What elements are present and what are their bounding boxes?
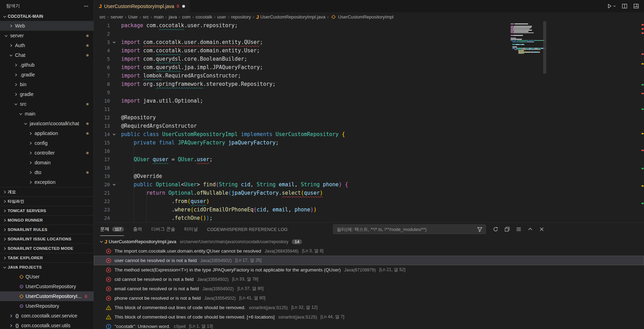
- problem-row[interactable]: email cannot be resolved or is not a fie…: [94, 284, 644, 293]
- code-line[interactable]: 2: [94, 30, 644, 38]
- fold-indicator[interactable]: [110, 180, 118, 189]
- problems-filter-input[interactable]: [336, 226, 474, 232]
- code-line[interactable]: 9: [94, 88, 644, 97]
- breadcrumb-file[interactable]: UserCustomRepositoryImpl.java: [260, 14, 325, 20]
- fold-indicator[interactable]: [110, 38, 118, 46]
- problem-row[interactable]: phone cannot be resolved or is not a fie…: [94, 293, 644, 303]
- split-editor-button[interactable]: [622, 3, 628, 9]
- problem-row[interactable]: "cocotalk": Unknown word.cSpell[Ln 1, 열 …: [94, 322, 644, 329]
- code-editor[interactable]: 1package com.cocotalk.user.repository;23…: [94, 21, 644, 222]
- tree-item[interactable]: java\com\cocotalk\chat: [0, 119, 94, 128]
- problems-file-row[interactable]: J UserCustomRepositoryImpl.java src/serv…: [94, 237, 644, 246]
- code-line[interactable]: 6import com.querydsl.jpa.impl.JPAQueryFa…: [94, 63, 644, 72]
- tree-item[interactable]: config: [0, 138, 94, 148]
- panel-tab[interactable]: 디버그 콘솔: [151, 223, 175, 236]
- code-line[interactable]: 7import lombok.RequiredArgsConstructor;: [94, 72, 644, 80]
- section-header[interactable]: SONARLINT ISSUE LOCATIONS: [0, 234, 94, 244]
- section-header[interactable]: 개요: [0, 187, 94, 196]
- customize-layout-button[interactable]: [633, 3, 639, 9]
- modified-dot-icon[interactable]: [182, 5, 185, 8]
- tree-item[interactable]: application: [0, 128, 94, 138]
- code-line[interactable]: 19 @Override: [94, 172, 644, 180]
- code-line[interactable]: 5import com.querydsl.core.BooleanBuilder…: [94, 55, 644, 63]
- tree-item[interactable]: server: [0, 31, 94, 40]
- breadcrumb-item[interactable]: com: [182, 14, 191, 20]
- explorer-more-icon[interactable]: ⋯: [84, 3, 89, 9]
- breadcrumb-item[interactable]: cocotalk: [195, 14, 212, 20]
- tree-item[interactable]: .gradle: [0, 70, 94, 80]
- close-panel-icon[interactable]: [539, 226, 545, 232]
- panel-tab[interactable]: 문제117: [100, 223, 124, 236]
- minimap[interactable]: [511, 23, 543, 54]
- section-header[interactable]: TOMCAT SERVERS: [0, 206, 94, 215]
- code-line[interactable]: 11: [94, 105, 644, 113]
- section-header[interactable]: SONARLINT RULES: [0, 225, 94, 234]
- java-project-item[interactable]: UserRepository: [0, 301, 94, 311]
- code-line[interactable]: 12@Repository: [94, 113, 644, 122]
- java-project-item[interactable]: UserCustomRepository: [0, 282, 94, 291]
- chevron-down-icon[interactable]: [111, 182, 117, 187]
- maximize-panel-icon[interactable]: [527, 226, 533, 232]
- refresh-icon[interactable]: [493, 226, 498, 232]
- tree-item[interactable]: Auth: [0, 40, 94, 50]
- chevron-down-icon[interactable]: [98, 239, 104, 245]
- breadcrumb-item[interactable]: repository: [231, 14, 251, 20]
- tree-item[interactable]: dto: [0, 167, 94, 177]
- panel-tab[interactable]: CODEWHISPERER REFERENCE LOG: [207, 223, 288, 236]
- section-header-java-projects[interactable]: JAVA PROJECTS: [0, 262, 94, 272]
- tree-item[interactable]: src: [0, 99, 94, 109]
- problem-row[interactable]: cid cannot be resolved or is not a field…: [94, 275, 644, 284]
- group-by-icon[interactable]: [504, 226, 510, 232]
- section-header[interactable]: TASK EXPLORER: [0, 253, 94, 262]
- chevron-down-icon[interactable]: [111, 132, 117, 137]
- code-line[interactable]: 15 private final JPAQueryFactory jpaQuer…: [94, 139, 644, 147]
- editor-tab[interactable]: J UserCustomRepositoryImpl.java 8: [94, 0, 190, 12]
- tree-item[interactable]: domain: [0, 158, 94, 167]
- java-project-item[interactable]: QUser: [0, 272, 94, 282]
- code-line[interactable]: 3import com.cocotalk.user.domain.entity.…: [94, 38, 644, 46]
- breadcrumb-item[interactable]: src: [99, 14, 105, 20]
- panel-tab[interactable]: 터미널: [184, 223, 198, 236]
- code-line[interactable]: 10import java.util.Optional;: [94, 97, 644, 105]
- problem-row[interactable]: user cannot be resolved or is not a fiel…: [94, 256, 644, 265]
- code-line[interactable]: 17 QUser quser = QUser.user;: [94, 155, 644, 164]
- filter-icon[interactable]: [477, 226, 483, 232]
- code-line[interactable]: 20 public Optional<User> find(String cid…: [94, 180, 644, 189]
- code-line[interactable]: 22 .from(quser): [94, 197, 644, 205]
- java-project-item[interactable]: UserCustomRepositoryI...8: [0, 291, 94, 301]
- tree-item[interactable]: bin: [0, 80, 94, 89]
- code-line[interactable]: 8import org.springframework.stereotype.R…: [94, 80, 644, 88]
- problem-row[interactable]: The import com.cocotalk.user.domain.enti…: [94, 246, 644, 256]
- run-button[interactable]: [607, 3, 616, 9]
- problem-row[interactable]: This block of commented-out lines of cod…: [94, 303, 644, 312]
- code-line[interactable]: 13@RequiredArgsConstructor: [94, 122, 644, 130]
- tree-item[interactable]: Chat: [0, 50, 94, 60]
- breadcrumb-item[interactable]: java: [169, 14, 177, 20]
- editor-scrollbar[interactable]: [543, 21, 546, 74]
- code-line[interactable]: 4import com.cocotalk.user.domain.entity.…: [94, 46, 644, 55]
- section-header[interactable]: 타임라인: [0, 196, 94, 206]
- tree-item[interactable]: gradle: [0, 89, 94, 99]
- chevron-down-icon[interactable]: [111, 39, 117, 45]
- code-line[interactable]: 18: [94, 164, 644, 172]
- breadcrumb-item[interactable]: main: [154, 14, 164, 20]
- tree-item[interactable]: exception: [0, 177, 94, 187]
- code-line[interactable]: 1package com.cocotalk.user.repository;: [94, 21, 644, 30]
- tree-item[interactable]: Web: [0, 21, 94, 31]
- section-header[interactable]: SONARLINT CONNECTED MODE: [0, 244, 94, 253]
- code-line[interactable]: 23 .where(cidOrEmailOrPhoneEq(cid, email…: [94, 205, 644, 214]
- java-project-item[interactable]: {}com.cocotalk.user.service: [0, 311, 94, 321]
- code-line[interactable]: 16: [94, 147, 644, 155]
- code-line[interactable]: 24 .fetchOne());: [94, 214, 644, 222]
- panel-tab[interactable]: 출력: [133, 223, 142, 236]
- java-project-item[interactable]: {}com.cocotalk.user.utils: [0, 321, 94, 329]
- fold-indicator[interactable]: [110, 130, 118, 139]
- section-header[interactable]: MONGO RUNNER: [0, 215, 94, 225]
- breadcrumb-item[interactable]: src: [143, 14, 149, 20]
- breadcrumb-item[interactable]: server: [111, 14, 123, 20]
- tree-item[interactable]: controller: [0, 148, 94, 158]
- breadcrumb-item[interactable]: User: [128, 14, 138, 20]
- breadcrumb-symbol[interactable]: UserCustomRepositoryImpl: [338, 14, 393, 20]
- breadcrumb-item[interactable]: user: [217, 14, 226, 20]
- problem-row[interactable]: This block of commented-out lines of cod…: [94, 312, 644, 322]
